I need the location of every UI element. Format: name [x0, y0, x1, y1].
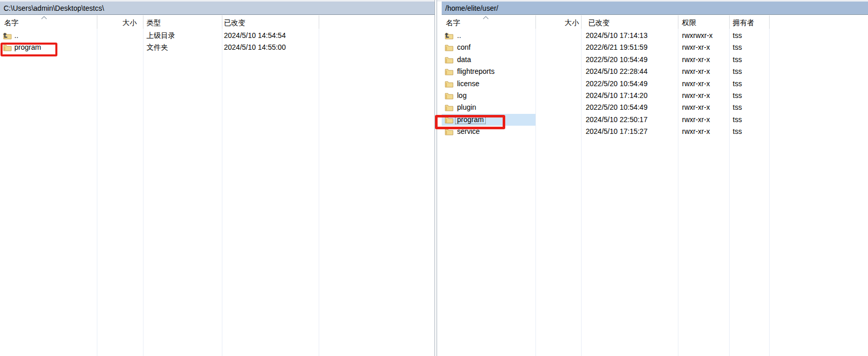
- file-permissions: rwxr-xr-x: [682, 78, 710, 90]
- file-row[interactable]: log 2024/5/10 17:14:20 rwxr-xr-x tss: [442, 90, 868, 102]
- file-changed: 2024/5/10 14:55:00: [224, 42, 286, 53]
- file-permissions: rwxr-xr-x: [682, 102, 710, 113]
- file-permissions: rwxr-xr-x: [682, 54, 710, 66]
- sort-ascending-icon: [41, 16, 47, 19]
- file-changed: 2022/5/20 10:54:49: [586, 78, 648, 90]
- folder-icon: [445, 81, 453, 88]
- file-changed: 2024/5/10 17:14:13: [586, 30, 648, 42]
- folder-icon: [445, 92, 453, 100]
- column-header-name[interactable]: 名字: [4, 17, 18, 28]
- file-row[interactable]: flightreports 2024/5/10 22:28:44 rwxr-xr…: [442, 66, 868, 77]
- file-name: ..: [457, 30, 461, 42]
- folder-icon: [445, 44, 453, 51]
- file-name: data: [457, 54, 471, 66]
- folder-icon: [445, 104, 453, 111]
- file-type: 文件夹: [147, 42, 168, 53]
- column-header-size[interactable]: 大小: [538, 17, 579, 28]
- file-row[interactable]: conf 2022/6/21 19:51:59 rwxr-xr-x tss: [442, 42, 868, 53]
- file-permissions: rwxr-xr-x: [682, 42, 710, 53]
- file-name: program: [457, 114, 485, 126]
- file-row[interactable]: .. 2024/5/10 17:14:13 rwxrwxr-x tss: [442, 30, 868, 42]
- file-permissions: rwxrwxr-x: [682, 30, 713, 42]
- file-name: conf: [457, 42, 470, 53]
- file-changed: 2022/5/20 10:54:49: [586, 54, 648, 66]
- file-permissions: rwxr-xr-x: [682, 114, 710, 126]
- panel-splitter[interactable]: [435, 0, 437, 356]
- local-file-list: .. 上级目录 2024/5/10 14:54:54 program 文件夹 2…: [0, 30, 435, 356]
- file-name: ..: [14, 30, 18, 42]
- file-name: license: [457, 78, 480, 90]
- file-owner: tss: [733, 54, 742, 66]
- file-name: service: [457, 126, 480, 137]
- file-name: plugin: [457, 102, 476, 113]
- folder-icon: [445, 128, 453, 135]
- file-name: program: [14, 42, 41, 53]
- file-owner: tss: [733, 42, 742, 53]
- file-owner: tss: [733, 66, 742, 77]
- local-path-bar[interactable]: C:\Users\admin\Desktop\testcs\: [0, 2, 435, 15]
- local-file-panel: C:\Users\admin\Desktop\testcs\ 名字 大小 类型 …: [0, 2, 435, 356]
- sort-ascending-icon: [483, 16, 489, 19]
- file-owner: tss: [733, 114, 742, 126]
- folder-icon: [3, 44, 12, 51]
- file-permissions: rwxr-xr-x: [682, 126, 710, 137]
- file-changed: 2022/5/20 10:54:49: [586, 102, 648, 113]
- file-changed: 2022/6/21 19:51:59: [586, 42, 648, 53]
- parent-folder-icon: [3, 32, 12, 39]
- file-row[interactable]: plugin 2022/5/20 10:54:49 rwxr-xr-x tss: [442, 102, 868, 113]
- remote-column-header-row: 名字 大小 已改变 权限 拥有者: [442, 15, 868, 29]
- remote-path-bar[interactable]: /home/elite/user/: [442, 2, 868, 15]
- file-owner: tss: [733, 78, 742, 90]
- file-owner: tss: [733, 30, 742, 42]
- file-changed: 2024/5/10 17:14:20: [586, 90, 648, 102]
- column-header-perms[interactable]: 权限: [682, 17, 696, 28]
- column-header-size[interactable]: 大小: [97, 17, 137, 28]
- remote-file-panel: /home/elite/user/ 名字 大小 已改变 权限 拥有者 .. 20…: [442, 2, 868, 356]
- file-changed: 2024/5/10 22:50:17: [586, 114, 648, 126]
- file-row[interactable]: .. 上级目录 2024/5/10 14:54:54: [0, 30, 435, 42]
- column-header-changed[interactable]: 已改变: [224, 17, 245, 28]
- folder-icon: [445, 56, 453, 64]
- file-permissions: rwxr-xr-x: [682, 66, 710, 77]
- file-row[interactable]: program 文件夹 2024/5/10 14:55:00: [0, 42, 435, 53]
- file-changed: 2024/5/10 17:15:27: [586, 126, 648, 137]
- folder-icon: [445, 116, 453, 124]
- file-row[interactable]: program 2024/5/10 22:50:17 rwxr-xr-x tss: [442, 114, 868, 126]
- file-owner: tss: [733, 126, 742, 137]
- remote-file-list: .. 2024/5/10 17:14:13 rwxrwxr-x tss conf…: [442, 30, 868, 356]
- file-row[interactable]: license 2022/5/20 10:54:49 rwxr-xr-x tss: [442, 78, 868, 90]
- file-owner: tss: [733, 102, 742, 113]
- file-permissions: rwxr-xr-x: [682, 90, 710, 102]
- file-owner: tss: [733, 90, 742, 102]
- file-row[interactable]: service 2024/5/10 17:15:27 rwxr-xr-x tss: [442, 126, 868, 137]
- column-header-type[interactable]: 类型: [147, 17, 161, 28]
- file-type: 上级目录: [147, 30, 175, 42]
- column-header-changed[interactable]: 已改变: [588, 17, 610, 28]
- file-name: flightreports: [457, 66, 494, 77]
- file-name: log: [457, 90, 467, 102]
- column-header-name[interactable]: 名字: [446, 17, 460, 28]
- file-row[interactable]: data 2022/5/20 10:54:49 rwxr-xr-x tss: [442, 54, 868, 66]
- column-header-owner[interactable]: 拥有者: [733, 17, 754, 28]
- folder-icon: [445, 68, 453, 75]
- file-changed: 2024/5/10 14:54:54: [224, 30, 286, 42]
- local-column-header-row: 名字 大小 类型 已改变: [0, 15, 435, 29]
- parent-folder-icon: [445, 32, 453, 39]
- file-changed: 2024/5/10 22:28:44: [586, 66, 648, 77]
